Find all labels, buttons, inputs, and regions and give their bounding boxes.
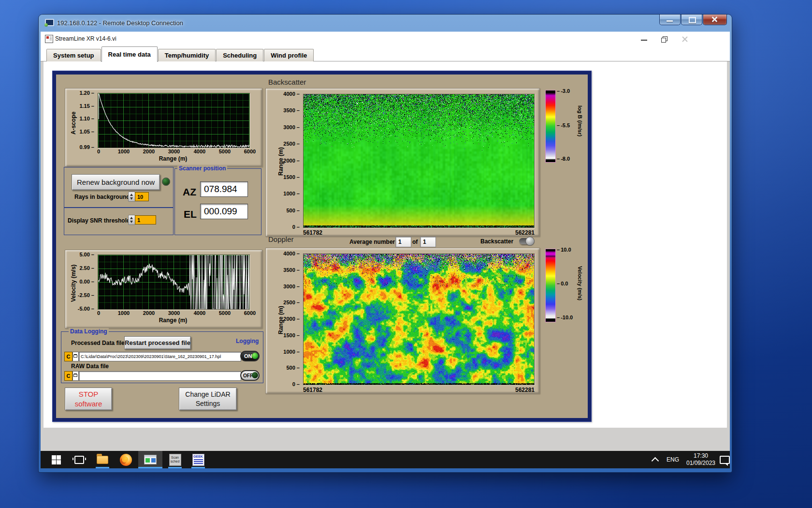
firefox-button[interactable]	[115, 451, 136, 468]
backscatter-ytick: 1500	[273, 174, 300, 180]
doppler-ytick: 1500	[273, 332, 300, 338]
rdp-window-title: 192.168.0.122 - Remote Desktop Connectio…	[57, 19, 183, 27]
chevron-up-icon	[651, 457, 659, 464]
backscatter-ytick: 2000	[273, 158, 300, 164]
ascope-xtick: 0	[88, 149, 109, 154]
on-led-indicator	[252, 353, 258, 359]
snr-spinner[interactable]	[128, 215, 135, 225]
rdp-app-button[interactable]	[138, 451, 162, 468]
data-logging-title: Data Logging	[69, 328, 109, 335]
average-number-label: Average number	[349, 239, 395, 245]
scan-sched-icon: Scan sched	[169, 454, 181, 466]
of-label: of	[412, 239, 418, 245]
rays-spinner[interactable]	[128, 192, 135, 202]
stop-software-button[interactable]: STOP software	[65, 388, 112, 410]
renew-background-button[interactable]: Renew background now	[72, 174, 160, 190]
clock-time: 17:30	[694, 452, 708, 459]
restart-processed-file-button[interactable]: Restart processed file	[124, 336, 191, 349]
notification-icon	[720, 456, 730, 464]
raw-drive-letter[interactable]: C	[64, 371, 72, 381]
doppler-ytick: 500	[273, 365, 300, 371]
running-indicator	[168, 467, 182, 468]
change-lidar-settings-button[interactable]: Change LiDAR Settings	[179, 388, 237, 410]
velocity-xtick: 3000	[163, 310, 185, 316]
language-label: ENG	[667, 456, 679, 463]
app-close-button[interactable]	[678, 36, 693, 43]
velocity-ytick: -2.50	[69, 292, 94, 298]
backscatter-title: Backscatter	[268, 78, 306, 86]
scan-sched-text1: Scan	[171, 456, 179, 460]
velocity-ytick: 5.00	[69, 252, 94, 257]
doppler-cb-axis-label: Velocity (m/s)	[577, 266, 583, 300]
tab-temp-humidity[interactable]: Temp/humidity	[158, 49, 216, 61]
ascope-ytick: 1.05	[69, 129, 94, 134]
app-window-title: StreamLine XR v14-6.vi	[55, 35, 116, 42]
backscatter-doppler-toggle[interactable]	[519, 238, 534, 244]
backscatter-heatmap	[303, 94, 535, 228]
velocity-ytick: 2.50	[69, 265, 94, 271]
action-center-button[interactable]	[716, 451, 730, 468]
file-explorer-icon	[97, 456, 108, 464]
change-line1: Change LiDAR	[185, 390, 230, 398]
tab-strip: System setup Real time data Temp/humidit…	[41, 45, 730, 61]
task-view-icon	[74, 456, 84, 464]
doppler-cb-min: -10.0	[557, 314, 573, 320]
tray-expand-button[interactable]	[648, 451, 662, 468]
backscatter-toggle-label: Backscatter	[480, 238, 513, 245]
front-panel: A-scope 1.20 1.15 1.10 1.05 0.99 0 1000 …	[56, 75, 588, 418]
backscatter-cb-mid: -5.5	[557, 122, 570, 128]
backscatter-colorbar	[545, 90, 556, 163]
processed-folder-icon[interactable]	[72, 352, 79, 361]
tab-wind-profile[interactable]: Wind profile	[264, 49, 314, 61]
ascope-xtick: 2000	[138, 149, 160, 154]
raw-folder-icon[interactable]	[72, 371, 79, 381]
velocity-xtick: 2000	[138, 310, 160, 316]
tab-real-time-data[interactable]: Real time data	[102, 46, 158, 62]
backscatter-cb-min: -8.0	[557, 156, 570, 162]
processed-path-input[interactable]: C:\Lidar\Data\Proc\2023\202309\20230901\…	[79, 352, 241, 361]
tab-system-setup[interactable]: System setup	[46, 49, 101, 61]
language-indicator[interactable]: ENG	[663, 451, 682, 468]
running-indicator	[191, 467, 205, 468]
clock[interactable]: 17:30 01/09/2023	[682, 451, 719, 468]
raw-path-input[interactable]	[79, 371, 241, 381]
file-explorer-button[interactable]	[92, 451, 113, 468]
rdp-minimize-button[interactable]	[659, 15, 681, 25]
raw-logging-toggle[interactable]: OFF	[240, 370, 260, 381]
el-value-display: 000.099	[200, 204, 248, 219]
backscatter-x-end: 562281	[505, 229, 535, 236]
doppler-title: Doppler	[268, 235, 294, 243]
stop-line1: STOP	[79, 390, 99, 398]
scan-sched-button[interactable]: Scan sched	[164, 451, 186, 468]
app-restore-button[interactable]	[657, 36, 672, 43]
el-label: EL	[184, 209, 197, 220]
ascope-xtick: 5000	[214, 149, 235, 154]
off-led-indicator	[252, 372, 258, 378]
az-value-display: 078.984	[200, 181, 248, 197]
processed-logging-toggle[interactable]: ON	[240, 351, 260, 361]
renew-background-led-indicator	[162, 178, 170, 186]
doppler-ytick: 3000	[273, 284, 300, 289]
doppler-ytick: 2000	[273, 316, 300, 322]
ascope-xtick: 4000	[189, 149, 210, 154]
start-button[interactable]	[45, 451, 67, 468]
average-number-field[interactable]: 1	[395, 237, 411, 247]
app-minimize-button[interactable]	[637, 36, 652, 43]
rays-value-field[interactable]: 10	[135, 192, 149, 201]
app-titlebar[interactable]: StreamLine XR v14-6.vi	[41, 32, 730, 46]
ascope-xtick: 6000	[239, 149, 261, 154]
rdp-close-button[interactable]	[703, 15, 727, 25]
velocity-xtick: 6000	[239, 310, 261, 316]
snr-value-field[interactable]: 1	[135, 215, 156, 224]
rdp-window: 192.168.0.122 - Remote Desktop Connectio…	[39, 15, 732, 472]
backscatter-ytick: 0	[273, 224, 300, 230]
geek-button[interactable]: GEEK	[188, 451, 209, 468]
processed-drive-letter[interactable]: C	[64, 352, 72, 361]
task-view-button[interactable]	[69, 451, 90, 468]
doppler-x-end: 562281	[505, 387, 535, 393]
tab-scheduling[interactable]: Scheduling	[216, 49, 263, 61]
rdp-maximize-button[interactable]	[681, 15, 702, 25]
average-total-field[interactable]: 1	[420, 237, 436, 247]
toggle-knob	[525, 237, 535, 246]
velocity-ytick: 0.00	[69, 279, 94, 284]
